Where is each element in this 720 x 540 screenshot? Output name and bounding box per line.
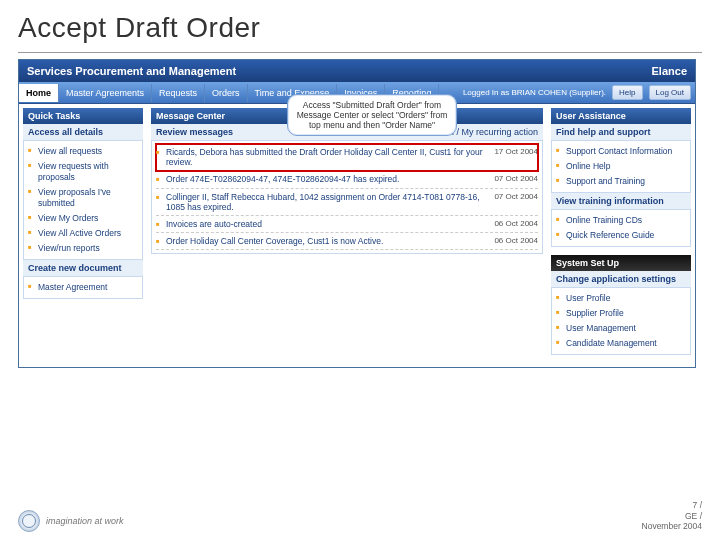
message-date: 07 Oct 2004	[494, 174, 538, 183]
message-text: Ricards, Debora has submitted the Draft …	[166, 147, 494, 167]
quick-task-item[interactable]: View all requests	[28, 144, 138, 159]
system-setup-panel: System Set Up Change application setting…	[551, 255, 691, 355]
tab-home[interactable]: Home	[19, 84, 59, 102]
tab-requests[interactable]: Requests	[152, 84, 205, 102]
setup-item[interactable]: User Management	[556, 321, 686, 336]
assist-item[interactable]: Online Help	[556, 159, 686, 174]
message-date: 06 Oct 2004	[494, 219, 538, 228]
quick-tasks-sub2: Create new document	[23, 260, 143, 277]
quick-task-item[interactable]: View My Orders	[28, 211, 138, 226]
setup-item[interactable]: Supplier Profile	[556, 306, 686, 321]
quick-task-item[interactable]: View proposals I've submitted	[28, 185, 138, 211]
footer-tagline: imagination at work	[46, 516, 124, 526]
tab-master-agreements[interactable]: Master Agreements	[59, 84, 152, 102]
app-title: Services Procurement and Management	[27, 65, 236, 77]
message-row[interactable]: Order Holiday Call Center Coverage, Cust…	[156, 233, 538, 250]
message-date: 06 Oct 2004	[494, 236, 538, 245]
quick-tasks-heading: Quick Tasks	[23, 108, 143, 124]
tab-orders[interactable]: Orders	[205, 84, 248, 102]
user-assistance-sub2: View training information	[551, 193, 691, 210]
message-row[interactable]: Invoices are auto-created06 Oct 2004	[156, 216, 538, 233]
slide-title: Accept Draft Order	[18, 12, 702, 44]
footer-page: 7 /	[642, 500, 702, 511]
quick-task-item[interactable]: View/run reports	[28, 241, 138, 256]
divider	[18, 52, 702, 53]
message-text: Order 474E-T02862094-47, 474E-T02862094-…	[166, 174, 494, 184]
quick-task-item[interactable]: Master Agreement	[28, 280, 138, 295]
app-header: Services Procurement and Management Elan…	[19, 60, 695, 82]
app-brand: Elance	[652, 65, 687, 77]
message-row[interactable]: Collinger II, Staff Rebecca Hubard, 1042…	[156, 189, 538, 216]
footer-org: GE /	[642, 511, 702, 522]
assist-item[interactable]: Support and Training	[556, 174, 686, 189]
logout-button[interactable]: Log Out	[649, 85, 691, 100]
quick-tasks-panel: Quick Tasks Access all details View all …	[23, 108, 143, 299]
user-assistance-sub1: Find help and support	[551, 124, 691, 141]
message-row[interactable]: Order 474E-T02862094-47, 474E-T02862094-…	[156, 171, 538, 188]
app-window: Services Procurement and Management Elan…	[18, 59, 696, 368]
logged-in-text: Logged In as BRIAN COHEN (Supplier).	[463, 88, 606, 97]
system-setup-heading: System Set Up	[551, 255, 691, 271]
quick-task-item[interactable]: View All Active Orders	[28, 226, 138, 241]
message-date: 17 Oct 2004	[494, 147, 538, 156]
user-assistance-heading: User Assistance	[551, 108, 691, 124]
assist-item[interactable]: Quick Reference Guide	[556, 228, 686, 243]
setup-item[interactable]: Candidate Management	[556, 336, 686, 351]
user-assistance-panel: User Assistance Find help and support Su…	[551, 108, 691, 247]
quick-tasks-sub1: Access all details	[23, 124, 143, 141]
message-text: Order Holiday Call Center Coverage, Cust…	[166, 236, 494, 246]
message-row[interactable]: Ricards, Debora has submitted the Draft …	[156, 144, 538, 171]
help-button[interactable]: Help	[612, 85, 642, 100]
slide-footer: imagination at work 7 / GE / November 20…	[18, 500, 702, 532]
message-text: Invoices are auto-created	[166, 219, 494, 229]
message-center-filter-link[interactable]: All / My recurring action	[444, 127, 538, 137]
assist-item[interactable]: Support Contact Information	[556, 144, 686, 159]
message-center-sub: Review messages	[156, 127, 233, 137]
assist-item[interactable]: Online Training CDs	[556, 213, 686, 228]
quick-task-item[interactable]: View requests with proposals	[28, 159, 138, 185]
instruction-callout: Access "Submitted Draft Order" from Mess…	[287, 94, 457, 136]
setup-item[interactable]: User Profile	[556, 291, 686, 306]
footer-date: November 2004	[642, 521, 702, 532]
ge-logo-icon	[18, 510, 40, 532]
system-setup-sub: Change application settings	[551, 271, 691, 288]
message-text: Collinger II, Staff Rebecca Hubard, 1042…	[166, 192, 494, 212]
message-date: 07 Oct 2004	[494, 192, 538, 201]
